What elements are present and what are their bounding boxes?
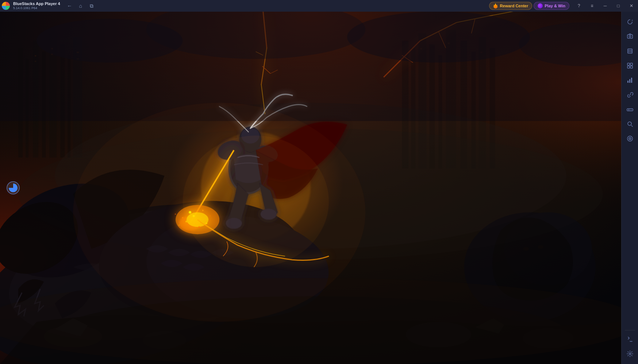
minimize-button[interactable]: ─ xyxy=(599,0,612,12)
play-win-icon xyxy=(538,3,543,8)
right-sidebar xyxy=(621,12,638,364)
svg-point-113 xyxy=(178,225,180,226)
sidebar-divider xyxy=(625,330,635,330)
titlebar-actions: Reward Center Play & Win xyxy=(489,2,569,10)
svg-rect-5 xyxy=(627,63,630,65)
gamepad-icon[interactable] xyxy=(623,103,637,116)
svg-rect-2 xyxy=(628,49,632,53)
game-area[interactable] xyxy=(0,12,621,364)
settings-icon[interactable] xyxy=(623,347,637,360)
play-win-label: Play & Win xyxy=(545,4,565,8)
reward-center-button[interactable]: Reward Center xyxy=(489,2,533,10)
svg-point-111 xyxy=(205,222,207,224)
script-icon[interactable] xyxy=(623,333,637,346)
home-button[interactable]: ⌂ xyxy=(76,1,86,11)
flame-icon xyxy=(493,3,498,8)
chart-icon[interactable] xyxy=(623,74,637,87)
reward-center-label: Reward Center xyxy=(500,4,529,8)
menu-button[interactable]: ≡ xyxy=(585,0,599,12)
app-title-section: BlueStacks App Player 4 5.14.0.1061 P64 xyxy=(13,1,60,10)
app-title: BlueStacks App Player 4 xyxy=(13,1,60,6)
titlebar: BlueStacks App Player 4 5.14.0.1061 P64 … xyxy=(0,0,638,12)
svg-rect-11 xyxy=(631,78,632,83)
close-button[interactable]: ✕ xyxy=(625,0,638,12)
svg-rect-10 xyxy=(629,79,630,83)
svg-rect-9 xyxy=(627,81,629,83)
svg-rect-0 xyxy=(627,35,633,38)
main-content xyxy=(0,12,621,364)
svg-point-1 xyxy=(629,36,631,38)
svg-point-109 xyxy=(189,211,191,214)
svg-point-114 xyxy=(210,216,211,217)
svg-point-106 xyxy=(202,210,204,211)
svg-rect-8 xyxy=(630,66,633,68)
svg-point-108 xyxy=(199,226,200,228)
back-button[interactable]: ← xyxy=(65,1,75,11)
titlebar-nav: ← ⌂ ⧉ xyxy=(65,1,97,11)
layers-icon[interactable] xyxy=(623,44,637,58)
screenshot-icon[interactable] xyxy=(623,30,637,43)
app-version: 5.14.0.1061 P64 xyxy=(13,6,60,10)
search-icon[interactable] xyxy=(623,117,637,131)
svg-point-14 xyxy=(631,109,631,110)
svg-point-112 xyxy=(175,214,176,215)
macro-icon[interactable] xyxy=(623,132,637,145)
svg-rect-7 xyxy=(627,66,630,68)
svg-point-15 xyxy=(628,122,631,125)
play-win-button[interactable]: Play & Win xyxy=(534,2,569,10)
svg-point-105 xyxy=(193,215,195,217)
svg-point-104 xyxy=(183,136,329,267)
help-button[interactable]: ? xyxy=(572,0,585,12)
svg-point-20 xyxy=(629,353,631,355)
spinner-inner xyxy=(9,183,18,192)
titlebar-controls: ? ≡ ─ □ ✕ xyxy=(572,0,638,12)
app-icon xyxy=(0,0,12,12)
maximize-button[interactable]: □ xyxy=(612,0,625,12)
svg-point-100 xyxy=(347,12,530,63)
grid-icon[interactable] xyxy=(623,59,637,72)
app-spinner xyxy=(7,181,20,194)
bluestacks-logo xyxy=(2,2,10,10)
link-icon[interactable] xyxy=(623,88,637,101)
svg-point-18 xyxy=(630,138,630,139)
svg-rect-6 xyxy=(630,63,633,65)
rotate-icon[interactable] xyxy=(623,15,637,28)
svg-point-110 xyxy=(182,217,184,218)
game-scene xyxy=(0,12,621,364)
svg-point-107 xyxy=(185,221,187,222)
tab-button[interactable]: ⧉ xyxy=(87,1,97,11)
